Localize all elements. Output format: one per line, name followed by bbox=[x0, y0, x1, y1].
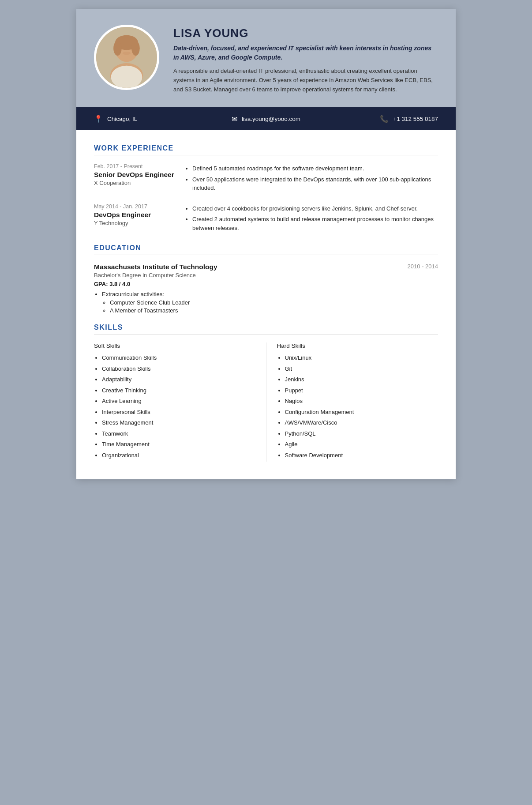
svg-point-3 bbox=[113, 41, 122, 56]
edu-outer-list: Extracurricular activities: Computer Sci… bbox=[94, 291, 438, 314]
email-icon: ✉ bbox=[232, 115, 237, 123]
work-date-1: Feb. 2017 - Present bbox=[94, 163, 176, 169]
soft-skill-1: Communication Skills bbox=[102, 354, 255, 362]
work-left-1: Feb. 2017 - Present Senior DevOps Engine… bbox=[94, 163, 176, 195]
hard-skill-3: Jenkins bbox=[285, 375, 438, 384]
contact-location: 📍 Chicago, IL bbox=[94, 115, 209, 123]
edu-activities-1: Extracurricular activities: Computer Sci… bbox=[94, 291, 438, 314]
work-entry-1: Feb. 2017 - Present Senior DevOps Engine… bbox=[94, 163, 438, 195]
work-right-1: Defined 5 automated roadmaps for the sof… bbox=[184, 163, 438, 195]
hard-skill-5: Nagios bbox=[285, 397, 438, 406]
soft-skill-3: Adaptability bbox=[102, 375, 255, 384]
soft-skills-list: Communication Skills Collaboration Skill… bbox=[94, 354, 255, 459]
email-text: lisa.young@yooo.com bbox=[242, 116, 300, 122]
work-right-2: Created over 4 cookbooks for provisionin… bbox=[184, 203, 438, 235]
work-bullet-2-1: Created over 4 cookbooks for provisionin… bbox=[192, 204, 438, 213]
avatar-wrap bbox=[94, 25, 159, 90]
soft-skill-4: Creative Thinking bbox=[102, 386, 255, 395]
phone-icon: 📞 bbox=[380, 115, 389, 123]
work-bullet-1-2: Over 50 applications were integrated to … bbox=[192, 175, 438, 192]
svg-point-4 bbox=[131, 41, 140, 56]
main-content: WORK EXPERIENCE Feb. 2017 - Present Seni… bbox=[76, 130, 456, 479]
hard-skill-10: Software Development bbox=[285, 451, 438, 460]
hard-skill-4: Puppet bbox=[285, 386, 438, 395]
work-date-2: May 2014 - Jan. 2017 bbox=[94, 203, 176, 210]
soft-skill-6: Interpersonal Skills bbox=[102, 408, 255, 417]
candidate-description: A responsible and detail-oriented IT pro… bbox=[173, 67, 438, 94]
location-icon: 📍 bbox=[94, 115, 103, 123]
candidate-tagline: Data-driven, focused, and experienced IT… bbox=[173, 44, 438, 62]
work-entries: Feb. 2017 - Present Senior DevOps Engine… bbox=[94, 163, 438, 234]
resume-header: LISA YOUNG Data-driven, focused, and exp… bbox=[76, 9, 456, 107]
work-bullets-2: Created over 4 cookbooks for provisionin… bbox=[184, 204, 438, 233]
soft-skill-9: Time Management bbox=[102, 440, 255, 449]
soft-skill-10: Organizational bbox=[102, 451, 255, 460]
edu-gpa-1: GPA: 3.8 / 4.0 bbox=[94, 281, 438, 287]
header-info: LISA YOUNG Data-driven, focused, and exp… bbox=[173, 25, 438, 94]
hard-skill-7: AWS/VMWare/Cisco bbox=[285, 418, 438, 427]
work-bullets-1: Defined 5 automated roadmaps for the sof… bbox=[184, 164, 438, 192]
edu-header-1: Massachusets Institute of Technology 201… bbox=[94, 263, 438, 271]
hard-skill-1: Unix/Linux bbox=[285, 354, 438, 362]
avatar bbox=[94, 25, 159, 90]
hard-skill-2: Git bbox=[285, 365, 438, 373]
hard-skills-list: Unix/Linux Git Jenkins Puppet Nagios Con… bbox=[277, 354, 438, 459]
edu-activity-1: Computer Science Club Leader bbox=[110, 299, 438, 306]
work-title-2: DevOps Engineer bbox=[94, 211, 176, 219]
skills-divider bbox=[266, 342, 266, 462]
work-left-2: May 2014 - Jan. 2017 DevOps Engineer Y T… bbox=[94, 203, 176, 235]
work-experience-section: WORK EXPERIENCE Feb. 2017 - Present Seni… bbox=[94, 144, 438, 234]
hard-skill-6: Configuration Management bbox=[285, 408, 438, 417]
hard-skills-label: Hard Skills bbox=[277, 342, 438, 349]
phone-text: +1 312 555 0187 bbox=[393, 116, 438, 122]
hard-skills-col: Hard Skills Unix/Linux Git Jenkins Puppe… bbox=[277, 342, 438, 462]
location-text: Chicago, IL bbox=[107, 116, 137, 122]
edu-school-1: Massachusets Institute of Technology bbox=[94, 263, 217, 271]
work-title-1: Senior DevOps Engineer bbox=[94, 171, 176, 179]
edu-activities-list: Computer Science Club Leader A Member of… bbox=[102, 299, 438, 314]
soft-skills-label: Soft Skills bbox=[94, 342, 255, 349]
work-bullet-1-1: Defined 5 automated roadmaps for the sof… bbox=[192, 164, 438, 173]
contact-phone: 📞 +1 312 555 0187 bbox=[323, 115, 438, 123]
contact-bar: 📍 Chicago, IL ✉ lisa.young@yooo.com 📞 +1… bbox=[76, 107, 456, 130]
hard-skill-8: Python/SQL bbox=[285, 429, 438, 438]
candidate-name: LISA YOUNG bbox=[173, 26, 438, 40]
svg-point-6 bbox=[111, 66, 142, 88]
edu-activity-2: A Member of Toastmasters bbox=[110, 307, 438, 314]
education-title: EDUCATION bbox=[94, 244, 438, 255]
contact-email: ✉ lisa.young@yooo.com bbox=[209, 115, 323, 123]
work-experience-title: WORK EXPERIENCE bbox=[94, 144, 438, 155]
hard-skill-9: Agile bbox=[285, 440, 438, 449]
soft-skills-col: Soft Skills Communication Skills Collabo… bbox=[94, 342, 255, 462]
edu-activities-label: Extracurricular activities: Computer Sci… bbox=[102, 291, 438, 314]
education-section: EDUCATION Massachusets Institute of Tech… bbox=[94, 244, 438, 314]
work-entry-2: May 2014 - Jan. 2017 DevOps Engineer Y T… bbox=[94, 203, 438, 235]
edu-entry-1: Massachusets Institute of Technology 201… bbox=[94, 263, 438, 314]
skills-title: SKILLS bbox=[94, 324, 438, 335]
soft-skill-8: Teamwork bbox=[102, 429, 255, 438]
svg-point-7 bbox=[123, 52, 131, 55]
resume-document: LISA YOUNG Data-driven, focused, and exp… bbox=[76, 9, 456, 479]
soft-skill-7: Stress Management bbox=[102, 418, 255, 427]
skills-section: SKILLS Soft Skills Communication Skills … bbox=[94, 324, 438, 462]
work-company-2: Y Technology bbox=[94, 220, 176, 226]
work-company-1: X Cooperation bbox=[94, 180, 176, 186]
soft-skill-5: Active Learning bbox=[102, 397, 255, 406]
edu-years-1: 2010 - 2014 bbox=[408, 263, 438, 270]
edu-degree-1: Bachelor's Degree in Computer Science bbox=[94, 272, 438, 278]
soft-skill-2: Collaboration Skills bbox=[102, 365, 255, 373]
skills-columns: Soft Skills Communication Skills Collabo… bbox=[94, 342, 438, 462]
work-bullet-2-2: Created 2 automated systems to build and… bbox=[192, 215, 438, 232]
